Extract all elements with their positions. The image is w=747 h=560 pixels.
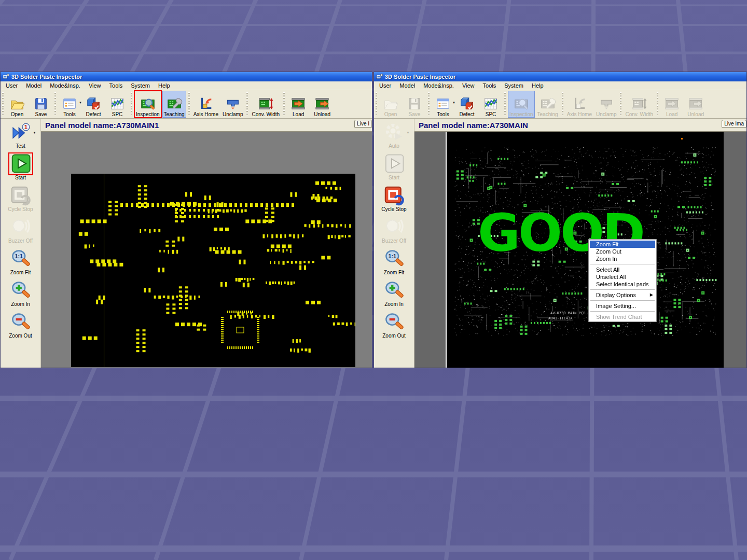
menu-model[interactable]: Model bbox=[22, 82, 46, 89]
toolbar-teaching-button[interactable]: Teaching bbox=[162, 91, 186, 118]
sidebar-test-button[interactable]: 1Test▼ bbox=[9, 122, 32, 149]
live-image-tab[interactable]: Live I bbox=[354, 120, 372, 128]
toolbar: OpenSaveTools▼DefectSPCInspectionTeachin… bbox=[1, 90, 372, 119]
save-icon bbox=[33, 96, 49, 111]
sidebar-zoom-out-button[interactable]: Zoom Out bbox=[382, 312, 405, 339]
context-select-identical-pads[interactable]: Select Identical pads bbox=[590, 281, 655, 288]
context-display-options[interactable]: Display Options▶ bbox=[590, 291, 655, 299]
conv-width-icon bbox=[257, 96, 274, 111]
image-container bbox=[41, 131, 372, 368]
toolbar-open-button[interactable]: Open bbox=[6, 91, 29, 118]
menu-user[interactable]: User bbox=[375, 82, 395, 89]
window-titlebar[interactable]: 3D Solder Paste Inspector bbox=[1, 72, 372, 81]
toolbar-tools-button[interactable]: Tools▼ bbox=[432, 91, 454, 118]
menu-tools[interactable]: Tools bbox=[105, 82, 127, 89]
context-image-setting[interactable]: Image Setting... bbox=[590, 302, 655, 310]
context-zoom-in[interactable]: Zoom In bbox=[590, 255, 655, 262]
toolbar-spc-button[interactable]: SPC bbox=[106, 91, 129, 118]
sidebar-zoom-in-button[interactable]: Zoom In bbox=[9, 280, 32, 307]
dropdown-arrow-icon[interactable]: ▼ bbox=[407, 131, 410, 134]
toolbar-grip bbox=[246, 92, 248, 116]
toolbar-save-button[interactable]: Save bbox=[30, 91, 52, 118]
unload-icon bbox=[687, 96, 704, 111]
sidebar-cycle-stop-button[interactable]: Cycle Stop bbox=[381, 185, 406, 212]
toolbar-grip bbox=[283, 92, 285, 116]
cycle-stop-icon bbox=[382, 185, 405, 206]
window-titlebar[interactable]: 3D Solder Paste Inspector bbox=[374, 72, 746, 81]
sidebar-button-label: Zoom In bbox=[384, 301, 404, 307]
sidebar-buzzer-off-button: Buzzer Off bbox=[8, 217, 33, 244]
menu-separator bbox=[590, 311, 655, 312]
toolbar-load-button: Load bbox=[660, 91, 683, 118]
toolbar-grip bbox=[376, 92, 377, 116]
app-window-left: 3D Solder Paste Inspector UserModelMode&… bbox=[0, 72, 372, 368]
load-icon bbox=[290, 96, 307, 111]
live-image-tab[interactable]: Live Ima bbox=[722, 120, 746, 128]
context-menu: Zoom FitZoom OutZoom InSelect AllUnselec… bbox=[588, 239, 657, 322]
sidebar-zoom-out-button[interactable]: Zoom Out bbox=[9, 312, 32, 339]
toolbar-button-label: Unload bbox=[687, 111, 704, 117]
toolbar-load-button[interactable]: Load bbox=[287, 91, 310, 118]
toolbar-button-label: Teaching bbox=[537, 111, 558, 117]
sidebar-zoom-fit-button[interactable]: 1:1Zoom Fit bbox=[383, 248, 406, 275]
toolbar-defect-button[interactable]: Defect bbox=[82, 91, 105, 118]
sidebar-button-label: Zoom Fit bbox=[10, 270, 31, 275]
toolbar-inspection-button[interactable]: Inspection bbox=[134, 91, 161, 118]
toolbar-grip bbox=[657, 92, 658, 116]
toolbar-conv-width-button[interactable]: Conv. Width bbox=[250, 91, 281, 118]
sidebar-button-label: Zoom Fit bbox=[384, 270, 404, 275]
toolbar-defect-button[interactable]: Defect bbox=[455, 91, 478, 118]
toolbar-axis-home-button[interactable]: Axis Home bbox=[192, 91, 220, 118]
app-icon bbox=[3, 74, 9, 80]
menu-help[interactable]: Help bbox=[154, 82, 174, 89]
menu-model[interactable]: Model bbox=[395, 82, 419, 89]
start-icon bbox=[9, 153, 32, 174]
open-icon bbox=[9, 96, 25, 111]
teaching-icon bbox=[166, 96, 183, 111]
context-select-all[interactable]: Select All bbox=[590, 266, 655, 273]
menu-view[interactable]: View bbox=[458, 82, 479, 89]
toolbar-inspection-button: Inspection bbox=[508, 91, 535, 118]
context-zoom-fit[interactable]: Zoom Fit bbox=[590, 241, 655, 248]
spc-icon bbox=[109, 96, 126, 111]
zoom-in-icon bbox=[9, 280, 32, 301]
sidebar-zoom-in-button[interactable]: Zoom In bbox=[383, 280, 406, 307]
dropdown-arrow-icon[interactable]: ▼ bbox=[33, 131, 36, 134]
menu-system[interactable]: System bbox=[127, 82, 154, 89]
toolbar-save-button: Save bbox=[403, 91, 426, 118]
context-show-trend-chart: Show Trend Chart bbox=[590, 313, 655, 320]
context-unselect-all[interactable]: Unselect All bbox=[590, 273, 655, 281]
sidebar-zoom-fit-button[interactable]: 1:1Zoom Fit bbox=[9, 248, 32, 275]
menu-tools[interactable]: Tools bbox=[479, 82, 501, 89]
save-icon bbox=[406, 96, 423, 111]
toolbar-spc-button[interactable]: SPC bbox=[479, 91, 502, 118]
sidebar-button-label: Start bbox=[15, 175, 26, 180]
menu-separator bbox=[590, 289, 655, 290]
menu-user[interactable]: User bbox=[2, 82, 22, 89]
sidebar: 1Test▼StartCycle StopBuzzer Off1:1Zoom F… bbox=[1, 119, 41, 368]
menu-mode-insp[interactable]: Mode&Insp. bbox=[46, 82, 85, 89]
context-zoom-out[interactable]: Zoom Out bbox=[590, 248, 655, 255]
menu-system[interactable]: System bbox=[500, 82, 528, 89]
toolbar-button-label: Unclamp bbox=[223, 111, 243, 117]
unload-icon bbox=[314, 96, 330, 111]
svg-text:1:1: 1:1 bbox=[15, 253, 22, 259]
menu-mode-insp[interactable]: Mode&Insp. bbox=[419, 82, 458, 89]
pcb-image[interactable] bbox=[71, 174, 355, 367]
zoom-in-icon bbox=[383, 280, 406, 301]
toolbar-button-label: SPC bbox=[486, 111, 496, 117]
toolbar-unload-button[interactable]: Unload bbox=[311, 91, 334, 118]
test-icon: 1 bbox=[9, 122, 32, 143]
toolbar-unclamp-button[interactable]: Unclamp bbox=[221, 91, 244, 118]
menu-separator bbox=[590, 264, 655, 264]
toolbar-button-label: Save bbox=[35, 111, 47, 117]
sidebar-start-button[interactable]: Start bbox=[9, 153, 32, 180]
sidebar-button-label: Start bbox=[389, 175, 399, 180]
toolbar-tools-button[interactable]: Tools▼ bbox=[58, 91, 81, 118]
menu-help[interactable]: Help bbox=[528, 82, 548, 89]
load-icon bbox=[663, 96, 680, 111]
menu-view[interactable]: View bbox=[85, 82, 105, 89]
sidebar-button-label: Auto bbox=[389, 143, 399, 149]
open-icon bbox=[382, 96, 399, 111]
toolbar-button-label: Unload bbox=[314, 111, 330, 117]
